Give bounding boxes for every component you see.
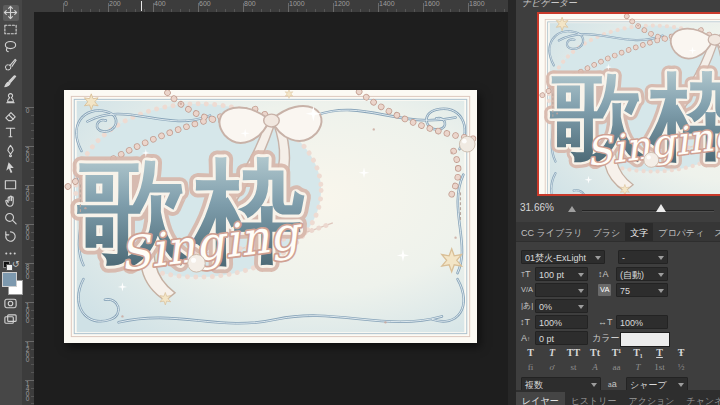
zoom-slider-thumb[interactable]: [656, 204, 666, 212]
panel-tab-bar: CC ライブラリブラシ文字プロパティスタイル段落: [516, 222, 720, 242]
ruler-label: 1200: [22, 342, 33, 362]
tab-actions[interactable]: アクション: [622, 392, 680, 405]
vertical-scale-input[interactable]: 100%: [535, 315, 588, 329]
tracking-select[interactable]: 75: [616, 283, 668, 297]
ruler-label: 1400: [22, 381, 33, 401]
small-caps-button[interactable]: Tt: [586, 347, 605, 360]
contextual-alternates-button[interactable]: ơ: [543, 362, 562, 374]
horizontal-scale-icon: ↔T: [598, 316, 613, 328]
move-tool[interactable]: [3, 5, 19, 21]
navigator-thumbnail-image: 歌枠歌枠Singing: [539, 14, 720, 196]
zoom-out-icon[interactable]: [568, 206, 576, 212]
font-size-select[interactable]: 100 pt: [535, 267, 588, 281]
kerning-icon: V/A: [521, 284, 533, 296]
horizontal-scale-input[interactable]: 100%: [616, 315, 668, 329]
text-color-swatch[interactable]: [620, 332, 670, 347]
pen-tool[interactable]: [3, 143, 19, 159]
bottom-panel-tabs: レイヤーヒストリーアクションチャンネル: [516, 390, 720, 405]
ruler-cursor-indicator: [141, 1, 142, 11]
ordinals-button[interactable]: 1st: [650, 362, 669, 374]
zoom-level-value[interactable]: 31.66%: [520, 202, 554, 213]
type-tool[interactable]: [3, 125, 19, 141]
ruler-label: 800: [22, 264, 33, 279]
ruler-label: 1000: [289, 0, 305, 7]
leading-select[interactable]: (自動): [616, 267, 668, 281]
superscript-button[interactable]: T¹: [607, 347, 626, 360]
tab-cc-libraries[interactable]: CC ライブラリ: [516, 223, 588, 242]
font-size-icon: TT: [521, 268, 530, 281]
faux-italic-button[interactable]: T: [543, 347, 562, 360]
swash-button[interactable]: A: [586, 362, 605, 374]
standard-ligatures-button[interactable]: fi: [521, 362, 540, 374]
tab-history[interactable]: ヒストリー: [565, 392, 623, 405]
screen-mode-button[interactable]: [3, 312, 19, 328]
canvas-artwork[interactable]: 歌枠歌枠Singing: [64, 90, 477, 343]
right-panel: ナビゲーター 歌枠歌枠Singing 31.66% CC ライブラリブラシ文字プ…: [516, 0, 720, 405]
ruler-label: 200: [22, 147, 33, 162]
panel-divider: [508, 0, 516, 405]
leading-icon: ↕A: [598, 268, 609, 280]
ruler-label: 0: [22, 108, 33, 113]
strikethrough-button[interactable]: Ŧ: [672, 347, 691, 360]
navigator-zoom-row: 31.66%: [516, 198, 720, 220]
tab-layers[interactable]: レイヤー: [516, 392, 565, 405]
ruler-label: 1200: [334, 0, 350, 7]
faux-bold-button[interactable]: T: [521, 347, 540, 360]
ruler-label: 600: [22, 225, 33, 240]
lasso-tool[interactable]: [3, 39, 19, 55]
navigator-tab[interactable]: ナビゲーター: [522, 0, 577, 10]
stylistic-alternates-button[interactable]: aa: [607, 362, 626, 374]
font-style-select[interactable]: -: [618, 250, 668, 264]
all-caps-button[interactable]: TT: [564, 347, 583, 360]
language-select[interactable]: 複数: [521, 377, 601, 391]
tab-properties[interactable]: プロパティ: [653, 223, 709, 242]
ruler-label: 800: [244, 0, 256, 7]
antialias-select[interactable]: シャープ: [626, 377, 688, 391]
subscript-button[interactable]: T₁: [629, 347, 648, 360]
ruler-label: 600: [199, 0, 211, 7]
ruler-label: 1800: [469, 0, 485, 7]
ruler-label: 0: [64, 0, 68, 7]
photoshop-window: ↺ 0200400600800100012001400160018002000 …: [0, 0, 720, 405]
discretionary-ligatures-button[interactable]: st: [564, 362, 583, 374]
rectangular-marquee-tool[interactable]: [3, 22, 19, 38]
ruler-label: 1400: [379, 0, 395, 7]
eraser-tool[interactable]: [3, 108, 19, 124]
ruler-label: 400: [22, 186, 33, 201]
hand-tool[interactable]: [3, 194, 19, 210]
tab-brushes[interactable]: ブラシ: [588, 223, 626, 242]
titling-alternates-button[interactable]: T: [629, 362, 648, 374]
ruler-label: 200: [109, 0, 121, 7]
baseline-shift-icon: A↑: [521, 332, 530, 345]
tab-character[interactable]: 文字: [625, 223, 653, 242]
ruler-label: 400: [154, 0, 166, 7]
foreground-color-swatch[interactable]: [2, 272, 17, 287]
tab-styles[interactable]: スタイル: [709, 223, 720, 242]
baseline-shift-input[interactable]: 0 pt: [535, 331, 588, 345]
navigator-thumbnail[interactable]: 歌枠歌枠Singing: [537, 12, 720, 196]
tracking-icon: VA: [598, 284, 611, 296]
kerning-select[interactable]: [535, 283, 588, 297]
quick-selection-tool[interactable]: [3, 57, 19, 73]
tsume-select[interactable]: 0%: [535, 299, 588, 313]
brush-tool[interactable]: [3, 74, 19, 90]
tab-channels[interactable]: チャンネル: [681, 392, 720, 405]
ruler-label: 1600: [424, 0, 440, 7]
font-family-select[interactable]: 01焚火-ExLight: [521, 250, 605, 264]
underline-button[interactable]: T: [650, 347, 669, 360]
zoom-tool[interactable]: [3, 211, 19, 227]
quick-mask-button[interactable]: [3, 296, 19, 312]
edit-toolbar-button[interactable]: [3, 246, 19, 262]
rectangle-tool[interactable]: [3, 177, 19, 193]
fractions-button[interactable]: ½: [672, 362, 691, 374]
clone-stamp-tool[interactable]: [3, 91, 19, 107]
zoom-slider-track[interactable]: [582, 210, 714, 212]
path-selection-tool[interactable]: [3, 160, 19, 176]
rotate-view-tool[interactable]: [3, 229, 19, 245]
tsume-icon: |あ|: [521, 300, 533, 312]
vertical-scale-icon: ↕T: [520, 316, 530, 328]
ruler-label: 1000: [22, 303, 33, 323]
tool-bar: ↺: [0, 0, 23, 405]
canvas-viewport[interactable]: 歌枠歌枠Singing: [34, 12, 508, 405]
